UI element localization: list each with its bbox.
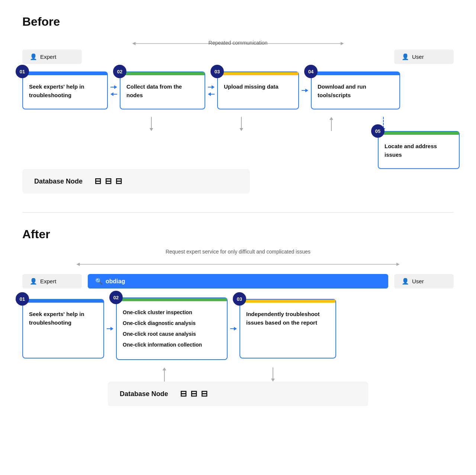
arrow-02-03: [205, 85, 217, 96]
before-step-02: 02 Collect data from the nodes: [120, 71, 205, 109]
after-step-badge-01: 01: [16, 292, 29, 306]
before-db-row: Database Node ⊟ ⊟ ⊟: [22, 169, 250, 194]
step-02-text: Collect data from the nodes: [120, 75, 205, 109]
before-comm-label: Repeated communication: [209, 40, 268, 46]
after-section: After Request expert service for only di…: [22, 227, 454, 406]
after-step-01: 01 Seek experts' help in troubleshooting: [22, 299, 104, 358]
expert-icon: 👤: [30, 53, 37, 60]
after-actor-expert: 👤 Expert: [22, 274, 82, 288]
after-user-label: User: [412, 278, 424, 284]
step-05-text: Locate and address issues: [379, 135, 459, 168]
after-step-02-list: One-click cluster inspection One-click d…: [117, 301, 227, 359]
after-actor-row: 👤 Expert 🔍 obdiag 👤 User: [22, 274, 454, 288]
step-badge-05: 05: [371, 124, 385, 138]
step-badge-02: 02: [113, 65, 126, 78]
after-comm-arrow-area: [22, 256, 454, 272]
after-actor-obdiag: 🔍 obdiag: [88, 274, 388, 288]
after-db-icon-3: ⊟: [201, 389, 208, 399]
after-step-02: 02 One-click cluster inspection One-clic…: [116, 297, 228, 360]
list-item-3: One-click root cause analysis: [123, 330, 221, 338]
db-icon-2: ⊟: [105, 176, 112, 186]
list-item-2: One-click diagnostic analysis: [123, 319, 221, 327]
section-divider: [22, 212, 454, 213]
before-step-05: 05 Locate and address issues: [378, 131, 460, 169]
after-db-row: Database Node ⊟ ⊟ ⊟: [108, 382, 368, 406]
after-db-icon-1: ⊟: [180, 389, 187, 399]
list-item-4: One-click information collection: [123, 341, 221, 349]
obdiag-search-icon: 🔍: [95, 278, 103, 285]
after-step-03-text: Independently troubleshoot issues based …: [240, 303, 335, 336]
step-badge-04: 04: [304, 65, 318, 78]
arrow-01-02: [108, 85, 120, 96]
after-step-03: 03 Independently troubleshoot issues bas…: [239, 299, 336, 358]
after-title: After: [22, 227, 454, 241]
step-badge-03: 03: [210, 65, 224, 78]
before-title: Before: [22, 15, 454, 29]
before-db-label: Database Node: [34, 178, 83, 185]
after-user-icon: 👤: [402, 278, 409, 285]
before-step-04: 04 Download and run tools/scripts: [311, 71, 400, 109]
arrow-03-04: [299, 89, 311, 92]
before-step-01: 01 Seek experts' help in troubleshooting: [22, 71, 108, 109]
after-comm-label: Request expert service for only difficul…: [22, 249, 454, 255]
after-comm-svg: [22, 256, 454, 272]
before-step-03: 03 Upload missing data: [217, 71, 299, 109]
after-db-label: Database Node: [120, 390, 168, 398]
after-expert-label: Expert: [40, 278, 56, 284]
after-step-01-text: Seek experts' help in troubleshooting: [23, 303, 103, 336]
step-04-text: Download and run tools/scripts: [312, 75, 399, 109]
db-icon-1: ⊟: [94, 176, 101, 186]
after-steps-row: 01 Seek experts' help in troubleshooting…: [22, 297, 454, 360]
db-icons: ⊟ ⊟ ⊟: [94, 176, 122, 186]
step-01-text: Seek experts' help in troubleshooting: [23, 75, 107, 109]
after-step-badge-02: 02: [109, 291, 123, 304]
after-step-badge-03: 03: [233, 292, 246, 306]
after-actor-user: 👤 User: [394, 274, 454, 288]
list-item-1: One-click cluster inspection: [123, 309, 221, 316]
step-03-text: Upload missing data: [218, 75, 298, 109]
after-expert-icon: 👤: [30, 278, 37, 285]
after-db-icon-2: ⊟: [190, 389, 197, 399]
after-db-icons: ⊟ ⊟ ⊟: [180, 389, 208, 399]
after-arrow-02-03: [228, 327, 239, 331]
db-icon-3: ⊟: [115, 176, 122, 186]
step-badge-01: 01: [16, 65, 29, 78]
after-obdiag-label: obdiag: [106, 278, 125, 285]
before-section: Before Repeated communication 👤 Expert: [22, 15, 454, 194]
after-arrow-01-02: [104, 327, 116, 331]
